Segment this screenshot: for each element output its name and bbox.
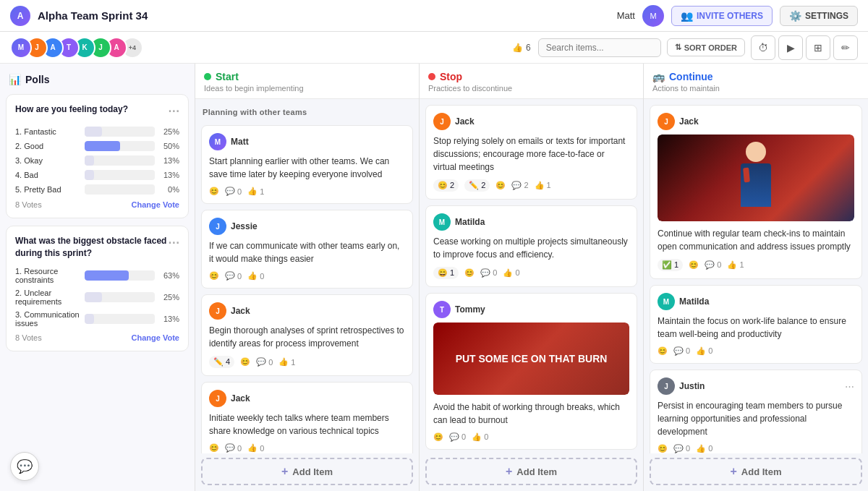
app-title: Alpha Team Sprint 34 (38, 9, 148, 22)
card-avatar-jessie: J (209, 218, 226, 235)
card-avatar-jack-2: J (209, 390, 226, 407)
poll-option-label: 5. Pretty Bad (15, 185, 80, 194)
card-avatar-tommy: T (433, 301, 451, 318)
emoji-react-btn[interactable]: 😊 (209, 271, 219, 281)
sort-order-button[interactable]: ⇅ SORT ORDER (667, 38, 745, 56)
poll-card-2: What was the biggest obstacle faced duri… (6, 226, 189, 351)
like-btn[interactable]: 👍 1 (535, 181, 551, 190)
continue-label: Continue (669, 71, 713, 82)
start-add-item-button[interactable]: + Add Item (201, 458, 413, 485)
card-author-jack-2: Jack (231, 393, 250, 404)
comment-icon: 💬 (225, 271, 235, 281)
comment-btn[interactable]: 💬 0 (673, 444, 690, 453)
edit-icon-button[interactable]: ✏ (833, 35, 858, 60)
card-author-tommy: Tommy (455, 304, 485, 315)
react-add-btn[interactable]: 😊 (433, 432, 443, 442)
poll-option-label: 1. Fantastic (15, 127, 80, 136)
polls-icon: 📊 (9, 74, 21, 85)
like-btn[interactable]: 👍 0 (247, 443, 264, 453)
card-author-jessie: Jessie (231, 221, 258, 231)
poll-1-option-5[interactable]: 5. Pretty Bad 0% (15, 184, 179, 195)
participant-avatar-1[interactable]: M (10, 37, 32, 59)
columns-area: Start Ideas to begin implementing Planni… (195, 64, 868, 491)
card-author-matt: Matt (231, 137, 249, 147)
poll-2-option-2[interactable]: 2. Unclear requirements 25% (15, 289, 179, 306)
comment-icon: 💬 (256, 357, 266, 367)
play-icon-button[interactable]: ▶ (778, 35, 803, 60)
continue-add-item-button[interactable]: + Add Item (650, 458, 862, 485)
comment-btn[interactable]: 💬 0 (480, 268, 497, 278)
thumbs-up-icon: 👍 (247, 443, 258, 453)
poll-menu-icon[interactable]: ⋯ (168, 103, 179, 119)
reaction-badge[interactable]: ✏️ 4 (209, 356, 234, 368)
reaction-badge-2[interactable]: ✏️ 2 (464, 179, 490, 192)
card-avatar-jack-cont: J (658, 113, 675, 130)
react-add-btn[interactable]: 😊 (240, 357, 250, 367)
thumbs-up-icon: 👍 (247, 271, 258, 281)
plus-icon: + (281, 465, 288, 478)
change-vote-1-button[interactable]: Change Vote (132, 200, 179, 209)
invite-others-button[interactable]: 👥 INVITE OTHERS (671, 6, 773, 26)
like-btn[interactable]: 👍 1 (247, 187, 264, 196)
like-btn[interactable]: 👍 0 (696, 444, 712, 453)
stop-column-header: Stop Practices to discontinue (420, 64, 643, 99)
card-continue-jack: J Jack (650, 105, 862, 279)
emoji-react-btn[interactable]: 😊 (209, 443, 219, 453)
comment-btn[interactable]: 💬 2 (511, 181, 528, 190)
reaction-badge-matilda[interactable]: 😄 1 (433, 267, 459, 279)
timer-icon-button[interactable]: ⏱ (751, 35, 775, 60)
comment-icon: 💬 (225, 187, 235, 196)
comment-btn[interactable]: 💬 0 (449, 432, 466, 442)
card-author-matilda-cont: Matilda (679, 296, 709, 307)
card-start-jessie: J Jessie If we can communicate with othe… (201, 210, 413, 289)
stop-column-body: J Jack Stop relying solely on emails or … (420, 99, 643, 453)
poll-2-option-3[interactable]: 3. Communication issues 13% (15, 310, 179, 328)
user-avatar: M (642, 5, 664, 27)
react-add-btn[interactable]: 😊 (689, 260, 699, 270)
like-btn[interactable]: 👍 0 (503, 268, 519, 278)
card-menu-icon[interactable]: ⋯ (845, 381, 854, 392)
card-avatar-justin: J (658, 377, 675, 395)
continue-column: 🚌 Continue Actions to maintain J Jack (644, 64, 868, 491)
grid-icon-button[interactable]: ⊞ (806, 35, 830, 60)
card-photo-jack (658, 135, 854, 221)
like-btn[interactable]: 👍 0 (696, 346, 712, 356)
stop-add-item-button[interactable]: + Add Item (425, 458, 637, 485)
search-input[interactable] (538, 38, 661, 57)
like-btn[interactable]: 👍 0 (247, 271, 264, 281)
reaction-badge-1[interactable]: 😊 2 (433, 179, 459, 192)
comment-btn[interactable]: 💬 0 (256, 357, 273, 367)
poll-menu-2-icon[interactable]: ⋯ (168, 235, 179, 251)
card-start-matt: M Matt Start planning earlier with other… (201, 125, 413, 204)
chat-fab-button[interactable]: 💬 (10, 452, 39, 481)
comment-btn[interactable]: 💬 0 (225, 187, 242, 196)
poll-2-option-1[interactable]: 1. Resource constraints 63% (15, 267, 179, 284)
like-btn[interactable]: 👍 1 (727, 260, 744, 270)
react-add-btn[interactable]: 😊 (658, 346, 668, 356)
settings-button[interactable]: ⚙️ SETTINGS (780, 6, 858, 26)
poll-1-votes: 8 Votes (15, 200, 42, 209)
poll-1-option-4[interactable]: 4. Bad 13% (15, 170, 179, 180)
poll-option-label: 3. Okay (15, 156, 80, 165)
like-btn[interactable]: 👍 1 (278, 357, 295, 367)
react-add-btn[interactable]: 😊 (495, 181, 506, 190)
comment-btn[interactable]: 💬 0 (225, 271, 242, 281)
emoji-react-btn[interactable]: 😊 (209, 187, 219, 196)
change-vote-2-button[interactable]: Change Vote (132, 333, 179, 342)
react-add-btn[interactable]: 😊 (464, 268, 475, 278)
poll-1-option-2[interactable]: 2. Good 50% (15, 141, 179, 151)
reaction-badge-check[interactable]: ✅ 1 (658, 259, 683, 271)
comment-btn[interactable]: 💬 0 (225, 443, 242, 453)
poll-1-option-3[interactable]: 3. Okay 13% (15, 155, 179, 166)
card-text-justin: Persist in encouraging team members to p… (658, 399, 854, 438)
like-btn[interactable]: 👍 0 (472, 432, 488, 442)
poll-1-option-1[interactable]: 1. Fantastic 25% (15, 127, 179, 137)
comment-btn[interactable]: 💬 0 (673, 346, 690, 356)
card-author-jack: Jack (231, 306, 250, 316)
comment-btn[interactable]: 💬 0 (705, 260, 721, 270)
user-name: Matt (617, 10, 635, 21)
react-add-btn[interactable]: 😊 (658, 444, 668, 453)
app-logo: A (10, 6, 30, 26)
continue-sublabel: Actions to maintain (652, 84, 859, 93)
card-avatar-matilda-cont: M (658, 293, 675, 310)
